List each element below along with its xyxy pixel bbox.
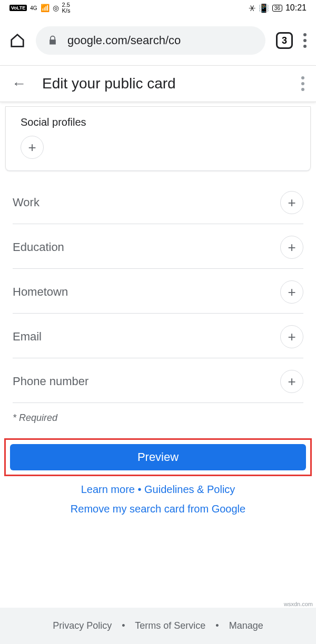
field-row-phone[interactable]: Phone number +: [13, 358, 303, 403]
status-bar: VoLTE 4G 📶 ◎ 2.5K/s ⚹ 📳 36 10:21: [0, 0, 316, 16]
field-row-work[interactable]: Work +: [13, 179, 303, 224]
page-title: Edit your public card: [42, 75, 285, 92]
field-label: Email: [13, 330, 42, 344]
vibrate-icon: 📳: [259, 3, 269, 13]
page-header: ← Edit your public card: [0, 65, 316, 102]
field-row-email[interactable]: Email +: [13, 314, 303, 358]
separator: •: [137, 484, 144, 495]
status-left: VoLTE 4G 📶 ◎ 2.5K/s: [9, 2, 70, 14]
field-label: Phone number: [13, 375, 88, 388]
remove-link-row: Remove my search card from Google: [0, 503, 316, 515]
tabs-count: 3: [282, 35, 287, 46]
terms-link[interactable]: Terms of Service: [135, 620, 205, 631]
tabs-button[interactable]: 3: [276, 32, 293, 49]
field-list: Work + Education + Hometown + Email + Ph…: [0, 171, 316, 424]
preview-button[interactable]: Preview: [10, 444, 306, 470]
status-right: ⚹ 📳 36 10:21: [249, 3, 307, 13]
privacy-link[interactable]: Privacy Policy: [53, 620, 112, 631]
volte-badge: VoLTE: [9, 5, 27, 11]
url-text: google.com/search/co: [67, 34, 181, 47]
home-icon[interactable]: [9, 33, 25, 48]
watermark: wsxdn.com: [284, 601, 313, 607]
social-profiles-card: Social profiles +: [5, 106, 311, 171]
field-label: Education: [13, 240, 64, 254]
learn-more-link[interactable]: Learn more: [81, 484, 135, 495]
required-note: * Required: [13, 412, 303, 424]
footer: Privacy Policy • Terms of Service • Mana…: [0, 608, 316, 644]
add-work-button[interactable]: +: [280, 191, 303, 214]
add-email-button[interactable]: +: [280, 325, 303, 348]
battery-indicator: 36: [272, 5, 282, 12]
separator: •: [122, 620, 125, 631]
field-row-hometown[interactable]: Hometown +: [13, 269, 303, 314]
add-hometown-button[interactable]: +: [280, 280, 303, 304]
hotspot-icon: ◎: [53, 4, 59, 12]
remove-card-link[interactable]: Remove my search card from Google: [71, 503, 245, 515]
url-bar[interactable]: google.com/search/co: [36, 26, 265, 55]
field-label: Work: [13, 196, 39, 209]
lock-icon: [47, 35, 58, 46]
field-label: Hometown: [13, 285, 68, 299]
add-phone-button[interactable]: +: [280, 370, 303, 393]
page-menu-icon[interactable]: [301, 76, 304, 91]
network-indicator: 4G: [30, 5, 37, 11]
speed-indicator: 2.5K/s: [62, 2, 71, 14]
back-arrow-icon[interactable]: ←: [12, 75, 26, 92]
bluetooth-icon: ⚹: [249, 3, 255, 13]
social-profiles-title: Social profiles: [21, 116, 295, 128]
manage-link[interactable]: Manage: [229, 620, 263, 631]
add-education-button[interactable]: +: [280, 236, 303, 259]
browser-menu-icon[interactable]: [303, 33, 307, 48]
browser-bar: google.com/search/co 3: [0, 16, 316, 65]
add-social-button[interactable]: +: [21, 136, 44, 159]
field-row-education[interactable]: Education +: [13, 224, 303, 269]
info-links: Learn more • Guidelines & Policy: [0, 484, 316, 496]
separator: •: [215, 620, 219, 631]
preview-highlight: Preview: [4, 438, 312, 476]
signal-icon: 📶: [41, 4, 50, 12]
guidelines-link[interactable]: Guidelines & Policy: [144, 484, 235, 495]
clock: 10:21: [285, 3, 307, 13]
